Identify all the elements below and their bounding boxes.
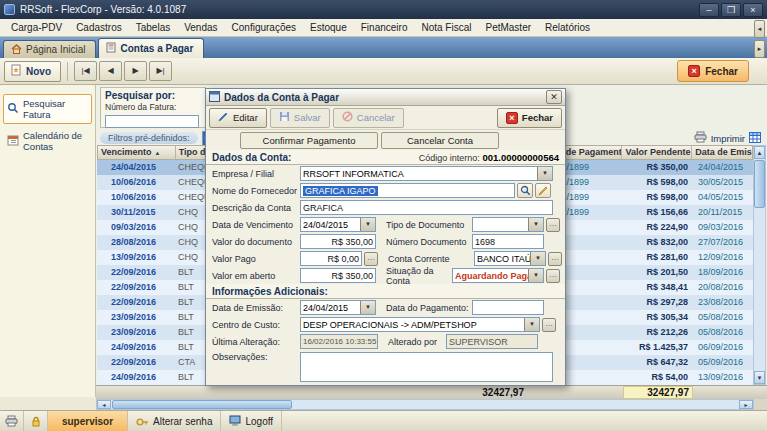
cancelar-conta-button[interactable]: Cancelar Conta bbox=[381, 132, 499, 149]
dialog-actions: Confirmar Pagamento Cancelar Conta bbox=[206, 130, 565, 150]
scroll-left-icon[interactable]: ◄ bbox=[97, 400, 111, 409]
observacoes-textarea[interactable] bbox=[300, 352, 553, 382]
calendar-icon bbox=[7, 134, 19, 148]
menu-vendas[interactable]: Vendas bbox=[177, 20, 224, 35]
fornecedor-input[interactable]: GRAFICA IGAPO bbox=[300, 183, 515, 198]
logoff-button[interactable]: Logoff bbox=[221, 411, 282, 431]
alterar-senha-button[interactable]: Alterar senha bbox=[128, 411, 221, 431]
valor-documento-input[interactable]: R$ 350,00 bbox=[300, 234, 376, 249]
tab-label: Contas a Pagar bbox=[120, 43, 193, 54]
fechar-tab-button[interactable]: × Fechar bbox=[677, 60, 749, 82]
close-x-icon: × bbox=[688, 65, 700, 77]
centro-custo-combobox[interactable]: DESP OPERACIONAIS -> ADM/PETSHOP ▼ bbox=[300, 317, 540, 332]
cell-emis: 05/08/2016 bbox=[693, 310, 753, 325]
data-emissao-datepicker[interactable]: 24/04/2015 ▼ bbox=[300, 300, 376, 315]
data-emissao-value: 24/04/2015 bbox=[301, 301, 360, 314]
status-bar: supervisor Alterar senha Logoff bbox=[0, 410, 767, 431]
cell-pend: R$ 224,90 bbox=[623, 220, 693, 235]
situacao-combobox[interactable]: Aguardando Pagamento ▼ bbox=[452, 268, 544, 283]
menu-financeiro[interactable]: Financeiro bbox=[354, 20, 415, 35]
menu-relatorios[interactable]: Relatórios bbox=[538, 20, 597, 35]
column-header-vencimento[interactable]: Vencimento▲ bbox=[98, 146, 176, 159]
chevron-down-icon[interactable]: ▼ bbox=[537, 167, 552, 180]
maximize-button[interactable]: ❒ bbox=[721, 3, 741, 17]
data-pagamento-input[interactable] bbox=[472, 300, 544, 315]
data-vencimento-datepicker[interactable]: 24/04/2015 ▼ bbox=[300, 217, 376, 232]
centro-custo-browse-button[interactable]: … bbox=[542, 318, 556, 332]
minimize-button[interactable]: – bbox=[699, 3, 719, 17]
chevron-down-icon[interactable]: ▼ bbox=[524, 318, 539, 331]
chevron-down-icon[interactable]: ▼ bbox=[528, 269, 543, 282]
situacao-browse-button[interactable]: … bbox=[546, 269, 560, 283]
codigo-interno: Código interno: 001.00000000564 bbox=[419, 152, 559, 163]
previous-record-button[interactable]: ◀ bbox=[99, 61, 122, 81]
valor-pago-input[interactable]: R$ 0,00 bbox=[300, 251, 362, 266]
tab-scroll-right-icon[interactable]: ► bbox=[754, 40, 765, 58]
tipo-documento-browse-button[interactable]: … bbox=[546, 218, 560, 232]
cell-venc: 23/09/2016 bbox=[97, 325, 175, 340]
valor-pago-browse-button[interactable]: … bbox=[364, 252, 378, 266]
cancelar-button[interactable]: Cancelar bbox=[333, 108, 404, 128]
descricao-input[interactable]: GRAFICA bbox=[300, 200, 553, 215]
menu-cadastros[interactable]: Cadastros bbox=[69, 20, 129, 35]
chevron-down-icon[interactable]: ▼ bbox=[360, 218, 375, 231]
imprimir-button[interactable]: Imprimir bbox=[694, 131, 761, 145]
codigo-interno-value: 001.00000000564 bbox=[482, 152, 559, 163]
app-icon bbox=[4, 4, 15, 15]
total-documento: 32427,97 bbox=[482, 387, 524, 398]
column-header-pendente[interactable]: Valor Pendente bbox=[622, 146, 692, 159]
menu-carga-pdv[interactable]: Carga-PDV bbox=[4, 20, 69, 35]
chevron-down-icon[interactable]: ▼ bbox=[530, 252, 545, 265]
tipo-documento-combobox[interactable]: ▼ bbox=[472, 217, 544, 232]
imprimir-label: Imprimir bbox=[711, 133, 745, 144]
numero-documento-input[interactable]: 1698 bbox=[472, 234, 544, 249]
tab-scroll-left-icon[interactable]: ◄ bbox=[754, 20, 765, 38]
tab-pagina-inicial[interactable]: Página Inicial bbox=[3, 40, 96, 58]
scroll-up-icon[interactable]: ▲ bbox=[754, 146, 765, 159]
alterado-por-field: SUPERVISOR bbox=[446, 334, 538, 349]
column-header-emissao[interactable]: Data de Emissão bbox=[692, 146, 752, 159]
sidebar-item-label: Pesquisar Fatura bbox=[23, 98, 88, 120]
salvar-button[interactable]: Salvar bbox=[270, 108, 330, 128]
editar-button[interactable]: Editar bbox=[209, 108, 267, 128]
close-button[interactable]: × bbox=[743, 3, 763, 17]
empresa-combobox[interactable]: RRSOFT INFORMATICA ▼ bbox=[300, 166, 553, 181]
sidebar-item-calendario[interactable]: Calendário de Contas bbox=[3, 126, 92, 156]
scroll-right-icon[interactable]: ► bbox=[739, 400, 753, 409]
numero-fatura-input[interactable] bbox=[105, 115, 199, 128]
valor-aberto-input[interactable]: R$ 350,00 bbox=[300, 268, 376, 283]
chevron-down-icon[interactable]: ▼ bbox=[360, 301, 375, 314]
horizontal-scrollbar[interactable]: ◄ ► bbox=[96, 399, 754, 410]
menu-tabelas[interactable]: Tabelas bbox=[129, 20, 177, 35]
first-record-button[interactable]: |◀ bbox=[74, 61, 97, 81]
dialog-close-icon[interactable]: ✕ bbox=[546, 90, 562, 104]
menu-nota-fiscal[interactable]: Nota Fiscal bbox=[414, 20, 478, 35]
menu-estoque[interactable]: Estoque bbox=[303, 20, 354, 35]
menu-petmaster[interactable]: PetMaster bbox=[478, 20, 538, 35]
novo-button[interactable]: Novo bbox=[4, 61, 61, 82]
menu-bar: Carga-PDV Cadastros Tabelas Vendas Confi… bbox=[0, 19, 767, 37]
main-toolbar: Novo |◀ ◀ ▶ ▶| × Fechar bbox=[0, 58, 767, 85]
table-vertical-scrollbar[interactable]: ▲ ▼ bbox=[753, 145, 766, 385]
scroll-down-icon[interactable]: ▼ bbox=[754, 371, 765, 384]
menu-configuracoes[interactable]: Configurações bbox=[225, 20, 303, 35]
dialog-fechar-button[interactable]: × Fechar bbox=[497, 108, 562, 128]
conta-corrente-combobox[interactable]: BANCO ITAÚ ▼ bbox=[474, 251, 546, 266]
tab-contas-a-pagar[interactable]: Contas a Pagar bbox=[98, 38, 204, 58]
scrollbar-thumb[interactable] bbox=[754, 160, 765, 208]
grid-export-icon[interactable] bbox=[749, 132, 761, 145]
edit-pencil-icon[interactable] bbox=[535, 183, 551, 198]
conta-corrente-browse-button[interactable]: … bbox=[548, 252, 562, 266]
sidebar-item-pesquisar-fatura[interactable]: Pesquisar Fatura bbox=[3, 94, 92, 124]
next-record-button[interactable]: ▶ bbox=[124, 61, 147, 81]
cell-venc: 22/09/2016 bbox=[97, 355, 175, 370]
ultima-alteracao-label: Última Alteração: bbox=[212, 337, 300, 347]
cell-emis: 09/03/2016 bbox=[693, 220, 753, 235]
cancelar-label: Cancelar bbox=[357, 112, 395, 123]
last-record-button[interactable]: ▶| bbox=[149, 61, 172, 81]
cancel-circle-icon bbox=[342, 111, 353, 124]
confirmar-pagamento-button[interactable]: Confirmar Pagamento bbox=[240, 132, 378, 149]
scrollbar-thumb[interactable] bbox=[112, 400, 292, 409]
search-icon[interactable] bbox=[517, 183, 533, 198]
chevron-down-icon[interactable]: ▼ bbox=[528, 218, 543, 231]
